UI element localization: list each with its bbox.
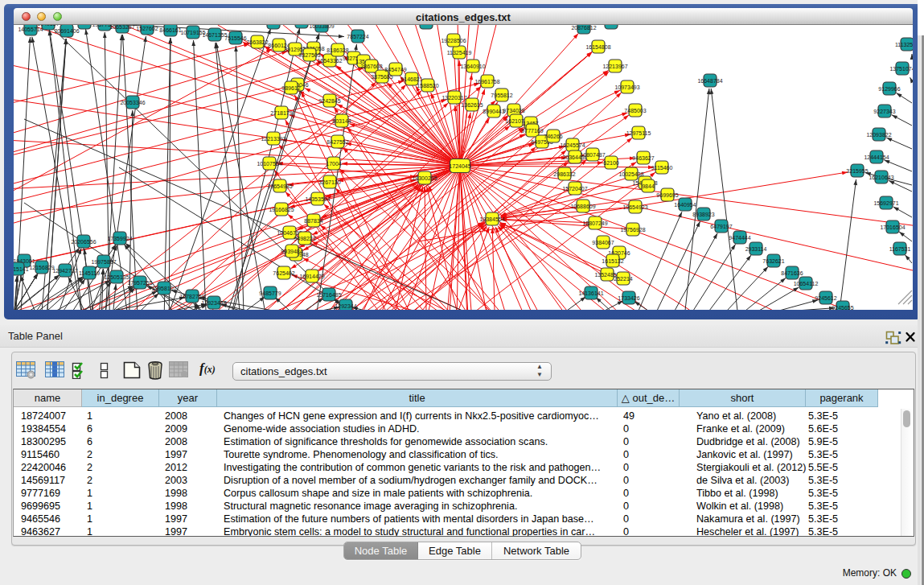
svg-text:13220317: 13220317	[441, 95, 466, 101]
svg-text:1640954: 1640954	[674, 202, 696, 208]
svg-text:13640910: 13640910	[460, 64, 485, 69]
svg-text:20876812: 20876812	[571, 25, 596, 31]
svg-text:9129966: 9129966	[878, 86, 900, 92]
svg-text:8186328: 8186328	[326, 47, 348, 53]
svg-text:8466161: 8466161	[159, 27, 181, 33]
svg-text:19756928: 19756928	[620, 227, 645, 233]
svg-text:10653287: 10653287	[109, 25, 134, 30]
svg-text:19654985: 19654985	[267, 183, 292, 189]
svg-text:9463627: 9463627	[632, 155, 654, 161]
svg-text:9245655: 9245655	[832, 305, 853, 311]
svg-text:6479197: 6479197	[710, 224, 732, 229]
svg-text:7857224: 7857224	[347, 34, 368, 39]
svg-text:15692971: 15692971	[873, 200, 898, 206]
svg-text:2718179: 2718179	[270, 110, 292, 116]
svg-text:1145119: 1145119	[79, 270, 100, 276]
svg-text:3915141: 3915141	[14, 266, 29, 272]
svg-text:8471636: 8471636	[781, 270, 803, 276]
svg-text:1603380: 1603380	[600, 25, 622, 26]
svg-text:3215955: 3215955	[846, 168, 868, 174]
svg-text:8427552: 8427552	[326, 139, 348, 145]
svg-text:12942737: 12942737	[52, 268, 77, 274]
svg-text:14136141: 14136141	[578, 290, 603, 296]
svg-text:1065328: 1065328	[262, 25, 284, 26]
svg-text:2986332: 2986332	[553, 171, 575, 177]
svg-text:10973493: 10973493	[614, 84, 639, 90]
svg-text:10807487: 10807487	[580, 152, 605, 158]
svg-text:12156829: 12156829	[29, 265, 54, 270]
svg-text:9242845: 9242845	[318, 98, 340, 104]
svg-text:16210643: 16210643	[869, 175, 893, 180]
svg-text:19166825: 19166825	[269, 207, 294, 212]
svg-text:11132541: 11132541	[895, 42, 913, 47]
svg-text:16782759: 16782759	[179, 294, 204, 299]
svg-text:62100: 62100	[603, 160, 619, 166]
svg-text:20691406: 20691406	[54, 28, 79, 34]
svg-text:9227343: 9227343	[873, 109, 895, 114]
svg-text:16033809: 16033809	[309, 25, 334, 29]
svg-text:10958107: 10958107	[151, 286, 176, 291]
svg-text:9327503: 9327503	[298, 52, 320, 58]
svg-text:9115460: 9115460	[651, 165, 673, 171]
svg-text:17957255: 17957255	[127, 280, 152, 286]
svg-text:16543362: 16543362	[317, 58, 342, 64]
svg-text:20053346: 20053346	[120, 100, 145, 105]
svg-text:20206556: 20206556	[71, 239, 96, 245]
svg-text:803144: 803144	[332, 118, 351, 124]
svg-text:10688609: 10688609	[570, 204, 595, 209]
svg-text:1940557: 1940557	[37, 25, 59, 27]
svg-text:15716485: 15716485	[316, 292, 341, 298]
svg-text:887834: 887834	[304, 218, 322, 224]
svg-text:2933114: 2933114	[745, 246, 767, 252]
svg-text:18300295: 18300295	[412, 175, 437, 181]
svg-text:12093822: 12093822	[866, 132, 891, 138]
svg-text:19384554: 19384554	[479, 216, 504, 222]
svg-text:9485779: 9485779	[259, 290, 281, 296]
svg-text:14353594: 14353594	[305, 196, 330, 202]
svg-text:12444154: 12444154	[864, 154, 889, 160]
svg-text:7625402: 7625402	[273, 270, 294, 276]
svg-text:7955812: 7955812	[491, 93, 512, 98]
svg-text:8813054: 8813054	[415, 25, 437, 26]
svg-text:1362615: 1362615	[461, 102, 483, 108]
svg-text:10107554: 10107554	[257, 161, 281, 167]
svg-text:3267130: 3267130	[318, 179, 340, 185]
svg-text:19975887: 19975887	[91, 259, 116, 265]
svg-text:16914479: 16914479	[299, 274, 324, 279]
svg-text:17016504: 17016504	[880, 225, 905, 230]
svg-text:15720407: 15720407	[562, 186, 587, 192]
svg-text:7663822: 7663822	[246, 39, 268, 45]
svg-text:1527602: 1527602	[136, 26, 158, 31]
svg-text:14055714: 14055714	[18, 27, 43, 32]
svg-text:8990443: 8990443	[483, 109, 504, 114]
svg-text:11325419: 11325419	[447, 50, 472, 56]
svg-text:17359924: 17359924	[107, 236, 132, 241]
svg-text:1733426: 1733426	[618, 295, 639, 301]
svg-text:2867608: 2867608	[360, 64, 382, 69]
svg-text:19654923: 19654923	[622, 204, 647, 210]
svg-text:12923448: 12923448	[201, 300, 226, 306]
svg-text:17004: 17004	[326, 161, 342, 167]
svg-text:1588520: 1588520	[417, 83, 438, 89]
svg-text:9777169: 9777169	[521, 128, 543, 134]
svg-text:8454749: 8454749	[384, 67, 406, 72]
svg-text:12975115: 12975115	[626, 130, 651, 136]
svg-text:9384067: 9384067	[592, 240, 614, 245]
svg-text:16154808: 16154808	[585, 44, 610, 50]
svg-text:252214: 252214	[614, 276, 632, 282]
svg-text:2069140: 2069140	[73, 25, 95, 26]
svg-text:989612: 989612	[281, 85, 300, 91]
svg-text:1724045: 1724045	[449, 163, 470, 169]
svg-text:9498222: 9498222	[294, 236, 315, 241]
svg-text:9146821: 9146821	[400, 76, 422, 82]
svg-text:9844: 9844	[642, 183, 655, 189]
svg-text:7485003: 7485003	[624, 108, 646, 113]
svg-text:16245574: 16245574	[560, 142, 585, 148]
svg-text:10654112: 10654112	[794, 281, 819, 286]
svg-text:16961758: 16961758	[474, 79, 499, 84]
svg-text:10025438: 10025438	[618, 171, 643, 177]
svg-text:12505135: 12505135	[104, 274, 129, 280]
svg-text:7632621: 7632621	[762, 258, 784, 264]
svg-text:9734028: 9734028	[503, 108, 524, 113]
svg-text:18807249: 18807249	[582, 220, 607, 226]
